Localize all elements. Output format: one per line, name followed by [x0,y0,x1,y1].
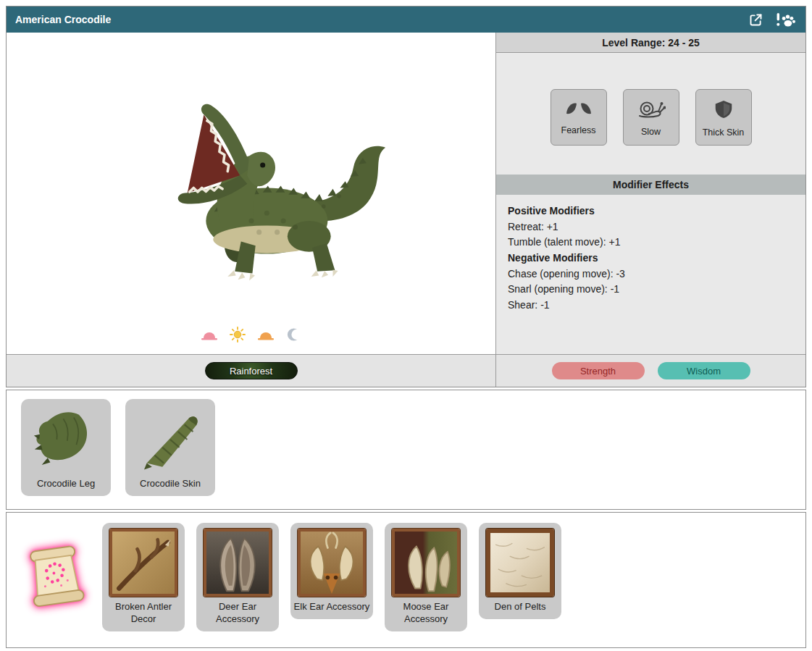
drop-label: Crocodile Leg [37,478,95,489]
titlebar: American Crocodile [7,7,805,33]
level-range-text: Level Range: 24 - 25 [602,37,700,49]
crocodile-leg-icon [28,405,104,474]
titlebar-icons [748,12,797,28]
drop-card-crocodile-skin[interactable]: Crocodile Skin [125,399,215,496]
effect-line: Chase (opening move): -3 [508,266,794,282]
snail-icon [637,98,666,123]
level-range-bar: Level Range: 24 - 25 [496,33,805,53]
effect-line: Retreat: +1 [508,219,794,235]
craft-card-moose-ear-accessory[interactable]: Moose Ear Accessory [385,523,467,631]
external-link-icon[interactable] [748,12,763,28]
moon-icon [286,327,302,343]
craft-card-den-of-pelts[interactable]: Den of Pelts [479,523,561,619]
sunset-icon [257,329,275,341]
eyes-icon [564,100,593,122]
effect-line: Tumble (talent move): +1 [508,235,794,251]
shield-icon [713,98,734,124]
craft-label: Den of Pelts [495,601,546,613]
battle-stats-area: Strength Wisdom [496,355,805,387]
modifier-label: Slow [641,127,661,137]
craftables-section: Broken Antler Decor Deer Ear Acce [6,512,806,648]
modifier-buttons-row: Fearless [496,89,805,146]
crocodile-image [81,33,422,327]
modifier-fearless-button[interactable]: Fearless [551,89,607,146]
recipe-scroll-icon[interactable] [21,542,91,611]
craft-label: Moose Ear Accessory [388,601,464,626]
creature-image-panel [7,33,496,354]
positive-modifiers-header: Positive Modifiers [508,203,794,219]
den-of-pelts-image [486,529,554,597]
biome-pill-rainforest[interactable]: Rainforest [205,362,298,379]
moose-ear-accessory-image [392,529,460,597]
biome-area: Rainforest [7,355,496,387]
craft-card-elk-ear-accessory[interactable]: Elk Ear Accessory [290,523,373,619]
modifier-slow-button[interactable]: Slow [623,89,679,146]
paw-alert-icon[interactable] [775,12,797,28]
sunrise-icon [201,329,218,341]
modifier-label: Fearless [561,125,596,135]
page-title: American Crocodile [15,14,111,25]
effect-line: Shear: -1 [508,298,794,314]
strength-pill[interactable]: Strength [552,362,645,379]
sun-icon [230,327,246,343]
crocodile-skin-icon [133,405,208,474]
modifier-thick-skin-button[interactable]: Thick Skin [695,89,752,146]
deer-ear-accessory-image [204,529,272,597]
time-of-day-row [201,327,302,343]
broken-antler-decor-image [109,529,177,597]
modifier-effects-body: Positive Modifiers Retreat: +1 Tumble (t… [496,195,805,322]
stats-panel: Level Range: 24 - 25 Fearless [496,33,805,354]
drops-section: Crocodile Leg Crocodile Skin [6,390,806,510]
biome-stats-row: Rainforest Strength Wisdom [7,354,805,387]
craft-card-deer-ear-accessory[interactable]: Deer Ear Accessory [196,523,279,631]
main-row: Level Range: 24 - 25 Fearless [7,33,805,354]
effect-line: Snarl (opening move): -1 [508,282,794,298]
modifier-label: Thick Skin [703,127,745,138]
negative-modifiers-header: Negative Modifiers [508,251,794,266]
creature-board: American Crocodile [6,6,806,387]
drop-label: Crocodile Skin [140,478,201,489]
craft-label: Deer Ear Accessory [199,601,276,626]
craft-card-broken-antler-decor[interactable]: Broken Antler Decor [102,523,185,631]
drop-card-crocodile-leg[interactable]: Crocodile Leg [21,399,111,496]
modifier-effects-title: Modifier Effects [613,179,689,190]
page: American Crocodile [6,6,806,648]
craft-label: Broken Antler Decor [105,601,182,626]
elk-ear-accessory-image [298,529,366,597]
modifier-effects-header: Modifier Effects [496,175,805,195]
wisdom-pill[interactable]: Wisdom [658,362,750,379]
craft-label: Elk Ear Accessory [294,601,370,613]
